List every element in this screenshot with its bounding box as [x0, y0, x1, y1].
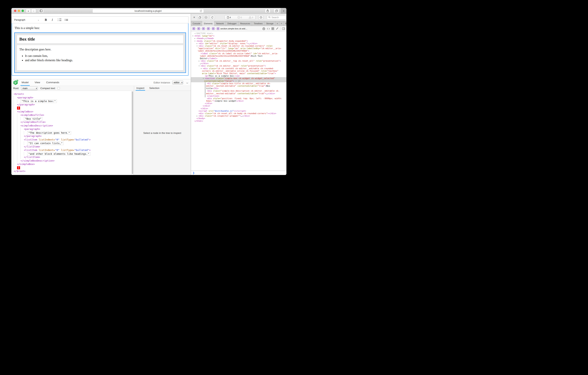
breadcrumb-element-badge[interactable]: E	[197, 27, 200, 30]
dom-tree-line[interactable]: <label class="ck ck-label ck-voice-label…	[191, 52, 286, 55]
element-picker-button[interactable]	[258, 15, 263, 20]
model-tree-line[interactable]: [	[14, 106, 131, 110]
dom-tree-line[interactable]: title</h1>	[191, 87, 286, 90]
box-title-heading[interactable]: Box title	[19, 37, 181, 42]
print-icon[interactable]	[262, 27, 265, 30]
dom-tree-line[interactable]: <!DOCTYPE html>	[191, 32, 286, 35]
dom-tree-line[interactable]: label_e63cbbfece34c53ce23501062343f49b8"…	[191, 50, 286, 52]
devtools-tab-network[interactable]: Network	[214, 21, 226, 26]
back-button[interactable]: ‹	[26, 9, 31, 13]
model-tree-line[interactable]: "This is a simple box:"	[14, 99, 131, 103]
tab-overview-button[interactable]	[273, 9, 279, 13]
dom-tree-line[interactable]: ▼<div class="ck ck-reset ck-editor ck-ro…	[191, 45, 286, 47]
code-brackets-icon[interactable]	[267, 27, 270, 30]
model-tree-line[interactable]: </listItem>	[14, 155, 131, 159]
grid-icon[interactable]	[272, 27, 274, 30]
dom-tree-line[interactable]: ▼<div class="ck ck-editor__main" role="p…	[191, 65, 286, 67]
model-tree-line[interactable]: <simpleBoxDescription>	[14, 124, 131, 128]
dom-tree-line[interactable]: ▼<body class="ck-inspector-body-expanded…	[191, 40, 286, 42]
url-bar[interactable]: localhost/creating-a-plugin/	[93, 9, 204, 13]
description-bullet[interactable]: It can contain lists,	[25, 54, 181, 58]
model-tree-scrollbar[interactable]	[131, 91, 134, 175]
dom-tree-line[interactable]: label_e63cbbfece34c53ce23501062343f49b8"…	[191, 55, 286, 57]
forward-button[interactable]: ›	[31, 9, 36, 13]
scrollbar-thumb[interactable]	[132, 91, 133, 174]
model-tree-line[interactable]: </simpleBoxTitle>	[14, 120, 131, 124]
dom-tree-line[interactable]: Editor</label>	[191, 57, 286, 60]
dom-tree-line[interactable]: ▼<div class="ck ck-content ck-editor__ed…	[191, 67, 286, 70]
breadcrumb-element-badge[interactable]: E	[192, 27, 195, 30]
compact-text-checkbox[interactable]	[57, 87, 60, 89]
dom-tree-line[interactable]: <script src="dist/bundle.js"></script>	[191, 110, 286, 112]
description-paragraph[interactable]: The description goes here.	[19, 48, 181, 51]
model-tree-line[interactable]: <$root>	[14, 92, 131, 96]
dom-tree-line[interactable]: …</div>	[191, 62, 286, 65]
model-tree-line[interactable]: <paragraph>	[14, 96, 131, 99]
dom-tree-line[interactable]: contenteditable="false"> = $0	[191, 80, 286, 82]
dock-devtools-button[interactable]	[204, 15, 209, 20]
intro-paragraph[interactable]: This is a simple box:	[15, 26, 186, 30]
dom-tree-line[interactable]: ▶<div class="ck ck-editor__top ck-reset_…	[191, 60, 286, 62]
model-tree-line[interactable]: "and other block elements like headings.…	[14, 152, 131, 156]
model-tree-line[interactable]: <listItem listIndent="0" listType="bulle…	[14, 138, 131, 142]
model-text-node[interactable]: "This is a simple box:"	[21, 99, 57, 103]
model-tree-line[interactable]: "Box title"	[14, 117, 131, 121]
dom-tree-line[interactable]: ▶<div id="editor" style="display: none;"…	[191, 42, 286, 45]
detach-devtools-button[interactable]	[197, 15, 202, 20]
quick-console[interactable]: ❯	[191, 171, 286, 175]
numbered-list-button[interactable]: 1 2	[57, 17, 62, 22]
model-tree-line[interactable]: <listItem listIndent="0" listType="bulle…	[14, 148, 131, 152]
bulleted-list-button[interactable]	[63, 17, 69, 22]
close-window-button[interactable]	[14, 10, 16, 12]
model-text-node[interactable]: "The description goes here."	[27, 131, 71, 135]
inspector-tab-commands[interactable]: Commands	[45, 79, 60, 86]
dom-tree-line[interactable]: "application" dir="ltr" lang="en" aria-l…	[191, 47, 286, 50]
breadcrumb-element-badge[interactable]: E	[207, 27, 210, 30]
devtools-tab-resources[interactable]: Resources	[239, 21, 252, 26]
model-tree-line[interactable]: <simpleBoxTitle>	[14, 113, 131, 117]
model-tree-line[interactable]: "The description goes here."	[14, 131, 131, 135]
model-tree-line[interactable]: </paragraph>	[14, 103, 131, 107]
breadcrumb-element-badge[interactable]: E	[202, 27, 205, 30]
dom-tree-line[interactable]: </html>	[191, 120, 286, 122]
breadcrumb-element-badge[interactable]: E	[217, 27, 219, 30]
model-tree-line[interactable]: <simpleBox>	[14, 110, 131, 114]
devtools-more-tabs-button[interactable]: »	[275, 21, 280, 26]
devtools-tab-debugger[interactable]: Debugger	[226, 21, 239, 26]
model-tree-line[interactable]: "It can contain lists,"	[14, 142, 131, 145]
model-tree-line[interactable]: </listItem>	[14, 145, 131, 149]
collapse-inspector-icon[interactable]: ⌄	[185, 81, 189, 84]
editor-instance-select[interactable]: editor ▲▼	[172, 81, 183, 84]
dom-tree-line[interactable]: ▼<section class="simple-box ck-widget ck…	[191, 77, 286, 80]
editor-editable-area[interactable]: This is a simple box: Box title The desc…	[12, 23, 189, 76]
dom-tree-line[interactable]: editor__nested-editable" contenteditable…	[191, 85, 286, 87]
close-devtools-button[interactable]: ✕	[193, 16, 196, 19]
dom-tree-line[interactable]: ▶<div class="simple-box-description ck-e…	[191, 90, 286, 92]
dom-tree-line[interactable]: ▶<div class="ck-inspector-wrapper">…</di…	[191, 115, 286, 117]
resource-summary-button[interactable]: 4 0 0	[224, 15, 256, 20]
model-text-node[interactable]: "and other block elements like headings.…	[27, 152, 90, 156]
breadcrumb-element-badge[interactable]: E	[212, 27, 215, 30]
inspector-tab-model[interactable]: Model	[21, 79, 30, 86]
model-tree-line[interactable]: </simpleBoxDescription>	[14, 159, 131, 163]
paragraph-dropdown[interactable]: Paragraph ⌄	[14, 17, 40, 22]
model-tree-line[interactable]: </paragraph>	[14, 134, 131, 138]
model-tree-line[interactable]: ]	[14, 166, 131, 170]
model-tree-line[interactable]: <paragraph>	[14, 127, 131, 131]
model-tree-line[interactable]: </simpleBox>	[14, 163, 131, 166]
simple-box-title-editable[interactable]: Box title	[17, 35, 183, 43]
devtools-tab-console[interactable]: Console	[191, 21, 202, 26]
simple-box-widget[interactable]: Box title The description goes here. It …	[14, 33, 186, 73]
side-tab-selection[interactable]: Selection	[148, 86, 160, 91]
devtools-search-field[interactable]: Search	[267, 15, 286, 20]
dom-tree-line[interactable]: editor__nested-editable" contenteditable…	[191, 92, 286, 95]
root-select[interactable]: main ▲▼	[21, 87, 38, 90]
model-text-node[interactable]: "Box title"	[24, 117, 42, 121]
styles-brush-icon[interactable]	[276, 27, 278, 30]
dom-tree-line[interactable]: <div style="position: fixed; top: 0px; l…	[191, 97, 286, 100]
dom-tree-line[interactable]: <h1 class="simple-box-title ck-editor__e…	[191, 82, 286, 85]
devtools-add-tab-button[interactable]: +	[279, 21, 284, 26]
dom-tree-line[interactable]: corners ck-editor__editable_inline ck-fo…	[191, 70, 286, 72]
details-sidebar-icon[interactable]	[282, 27, 285, 30]
simple-box-description-editable[interactable]: The description goes here. It can contai…	[17, 45, 183, 70]
